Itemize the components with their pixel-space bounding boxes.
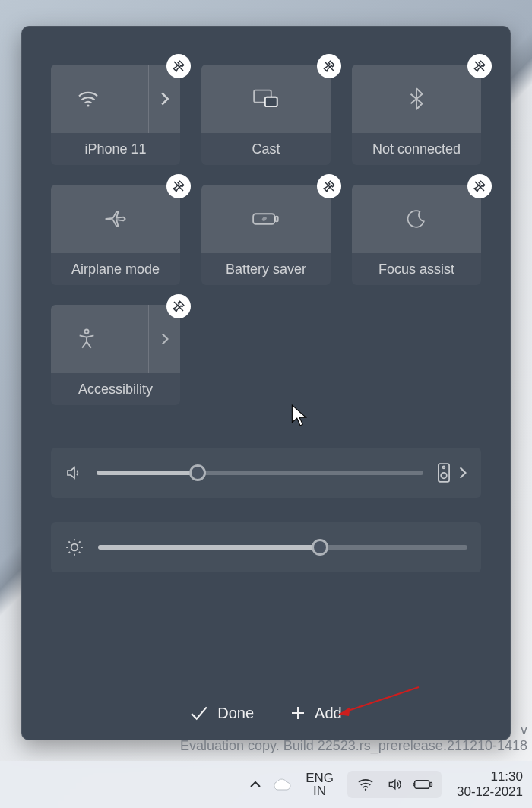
taskbar-clock[interactable]: 11:30 30-12-2021 <box>457 769 523 799</box>
moon-icon <box>407 209 426 229</box>
brightness-slider[interactable] <box>98 545 467 550</box>
svg-point-9 <box>441 473 447 479</box>
unpin-icon <box>172 59 185 73</box>
tile-cast[interactable]: Cast <box>201 65 331 165</box>
battery-saver-icon <box>252 211 280 227</box>
quick-settings-panel: iPhone 11 Cast <box>21 26 511 740</box>
tile-battery-saver[interactable]: Battery saver <box>201 185 331 285</box>
plus-icon <box>290 705 306 721</box>
unpin-icon <box>322 59 336 73</box>
tile-bluetooth-label: Not connected <box>352 133 481 165</box>
tile-battery-saver-label: Battery saver <box>201 253 331 285</box>
brightness-icon[interactable] <box>65 537 84 557</box>
unpin-button[interactable] <box>317 174 341 198</box>
volume-slider[interactable] <box>97 471 423 475</box>
unpin-button[interactable] <box>166 174 191 198</box>
tile-cast-label: Cast <box>201 133 331 165</box>
volume-icon[interactable] <box>65 464 83 482</box>
unpin-button[interactable] <box>166 294 191 318</box>
airplane-icon <box>104 209 127 229</box>
svg-rect-2 <box>265 97 277 106</box>
svg-point-13 <box>365 789 366 791</box>
svg-rect-15 <box>430 782 432 786</box>
brightness-slider-row <box>51 522 481 572</box>
tile-icon-area <box>51 65 180 133</box>
system-tray[interactable] <box>347 771 442 798</box>
cast-icon <box>253 89 279 109</box>
svg-point-10 <box>71 544 78 551</box>
done-button[interactable]: Done <box>190 705 254 722</box>
unpin-icon <box>172 299 185 313</box>
desktop-watermark: v Evaluation copy. Build 22523.rs_prerel… <box>180 722 527 755</box>
done-button-label: Done <box>217 705 254 722</box>
tile-bluetooth[interactable]: Not connected <box>352 65 481 165</box>
tile-wifi-label: iPhone 11 <box>51 133 180 165</box>
tile-icon-area <box>352 185 481 253</box>
tile-icon-area <box>201 185 331 253</box>
wifi-tray-icon <box>355 774 376 795</box>
unpin-icon <box>473 179 486 193</box>
svg-rect-14 <box>415 781 429 789</box>
unpin-button[interactable] <box>467 174 492 198</box>
tile-icon-area <box>51 305 180 373</box>
tile-airplane-label: Airplane mode <box>51 253 180 285</box>
onedrive-icon[interactable] <box>271 774 292 795</box>
wifi-icon <box>77 90 100 108</box>
unpin-icon <box>322 179 336 193</box>
taskbar: ENG IN 11:30 30-12-202 <box>0 761 532 808</box>
tile-wifi[interactable]: iPhone 11 <box>51 65 180 165</box>
unpin-icon <box>473 59 486 73</box>
tile-airplane[interactable]: Airplane mode <box>51 185 180 285</box>
tile-icon-area <box>201 65 331 133</box>
svg-rect-5 <box>275 217 277 222</box>
add-button-label: Add <box>315 705 342 722</box>
language-indicator[interactable]: ENG IN <box>306 772 334 797</box>
tile-icon-area <box>352 65 481 133</box>
svg-point-8 <box>443 466 445 468</box>
tile-accessibility-label: Accessibility <box>51 373 180 405</box>
tile-focus-assist[interactable]: Focus assist <box>352 185 481 285</box>
volume-slider-row <box>51 448 481 498</box>
svg-point-6 <box>84 330 88 334</box>
lang-primary: ENG <box>306 772 334 784</box>
chevron-right-icon[interactable] <box>458 466 467 480</box>
tile-icon-area <box>51 185 180 253</box>
clock-date: 30-12-2021 <box>457 784 523 800</box>
unpin-button[interactable] <box>467 54 492 78</box>
tile-accessibility[interactable]: Accessibility <box>51 305 180 405</box>
add-button[interactable]: Add <box>290 705 342 722</box>
volume-tray-icon <box>384 774 405 795</box>
check-icon <box>190 705 208 721</box>
bluetooth-icon <box>409 87 424 110</box>
accessibility-icon <box>77 328 97 350</box>
speaker-device-icon[interactable] <box>437 463 451 483</box>
clock-time: 11:30 <box>490 769 523 784</box>
tray-overflow-chevron[interactable] <box>245 774 266 795</box>
unpin-button[interactable] <box>317 54 341 78</box>
tile-focus-assist-label: Focus assist <box>352 253 481 285</box>
unpin-button[interactable] <box>166 54 191 78</box>
unpin-icon <box>172 179 185 193</box>
lang-secondary: IN <box>313 784 326 797</box>
battery-tray-icon <box>413 774 434 795</box>
svg-point-0 <box>87 104 89 106</box>
